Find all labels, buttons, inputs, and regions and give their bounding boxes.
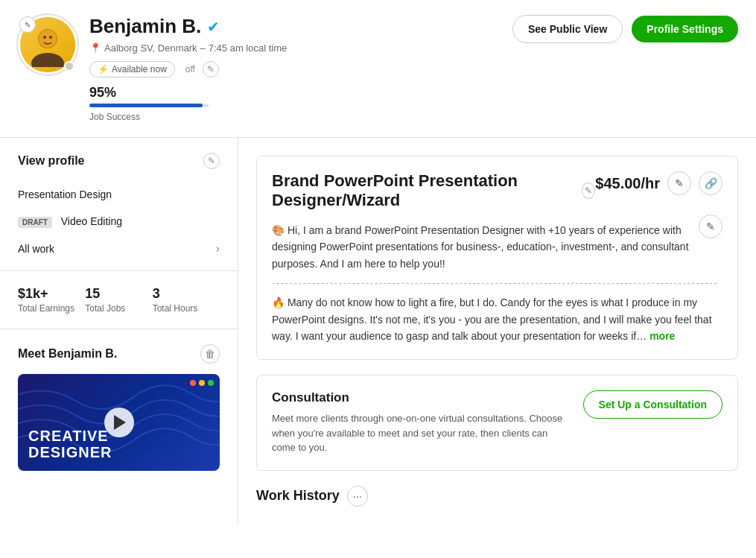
- edit-rate-button[interactable]: ✎: [667, 171, 691, 195]
- profile-card-header: Brand PowerPoint Presentation Designer/W…: [272, 171, 722, 210]
- job-title-wrap: Brand PowerPoint Presentation Designer/W…: [272, 171, 595, 210]
- svg-point-1: [31, 53, 64, 67]
- hours-value: 3: [153, 286, 220, 302]
- profile-info: Benjamin B. ✔ 📍 Aalborg SV, Denmark – 7:…: [89, 15, 512, 122]
- meet-section: Meet Benjamin B. 🗑: [0, 329, 238, 486]
- play-button[interactable]: [104, 408, 134, 437]
- svg-point-2: [39, 30, 57, 48]
- earnings-value: $1k+: [18, 286, 85, 302]
- all-work-label: All work: [18, 243, 54, 255]
- main-body: View profile ✎ Presentation Design DRAFT…: [0, 138, 756, 524]
- progress-bar: [89, 104, 209, 107]
- video-thumbnail[interactable]: CREATIVE DESIGNER: [18, 374, 220, 471]
- svg-point-3: [43, 36, 46, 39]
- available-badge: ⚡ Available now: [89, 61, 175, 77]
- hours-label: Total Hours: [153, 303, 220, 314]
- name-row: Benjamin B. ✔: [89, 15, 512, 38]
- edit-profile-icon[interactable]: ✎: [203, 153, 220, 169]
- bio-more-link[interactable]: more: [649, 330, 675, 342]
- location-pin-icon: 📍: [89, 42, 101, 54]
- hourly-rate: $45.00/hr: [595, 175, 660, 192]
- verified-icon: ✔: [207, 18, 220, 36]
- meet-label: Meet Benjamin B.: [18, 347, 117, 361]
- profile-card: Brand PowerPoint Presentation Designer/W…: [256, 156, 738, 360]
- stat-earnings: $1k+ Total Earnings: [18, 286, 85, 314]
- stat-jobs: 15 Total Jobs: [85, 286, 152, 314]
- location: 📍 Aalborg SV, Denmark – 7:45 am local ti…: [89, 42, 512, 54]
- availability-row: ⚡ Available now off ✎: [89, 61, 512, 77]
- work-history-more-icon[interactable]: ···: [347, 486, 368, 507]
- online-status-dot: [64, 61, 74, 72]
- main-content: Brand PowerPoint Presentation Designer/W…: [238, 138, 756, 524]
- job-title: Brand PowerPoint Presentation Designer/W…: [272, 171, 573, 210]
- location-text: Aalborg SV, Denmark: [104, 42, 197, 54]
- available-label: Available now: [112, 64, 167, 74]
- link-button[interactable]: 🔗: [699, 171, 722, 195]
- consultation-title: Consultation: [272, 390, 568, 405]
- user-name: Benjamin B.: [89, 15, 201, 38]
- play-triangle-icon: [114, 415, 126, 430]
- view-profile-label: View profile: [18, 154, 85, 168]
- draft-badge: DRAFT: [18, 217, 52, 228]
- jobs-label: Total Jobs: [85, 303, 152, 314]
- all-work-row[interactable]: All work ›: [18, 235, 220, 256]
- progress-bar-fill: [89, 104, 203, 107]
- view-profile-row: View profile ✎: [18, 153, 220, 169]
- job-success-label: Job Success: [89, 112, 140, 122]
- separator: –: [200, 42, 206, 54]
- rate-wrap: $45.00/hr ✎ 🔗: [595, 171, 722, 195]
- edit-availability-icon[interactable]: ✎: [203, 61, 219, 77]
- edit-bio-button[interactable]: ✎: [699, 215, 722, 238]
- see-public-view-button[interactable]: See Public View: [512, 15, 623, 43]
- bio-divider: ----------------------------------------…: [272, 278, 722, 288]
- bio-paragraph2: 🔥 Many do not know how to light a fire, …: [272, 294, 722, 344]
- flash-icon: ⚡: [98, 64, 109, 74]
- consultation-card: Consultation Meet more clients through o…: [256, 375, 738, 471]
- stat-hours: 3 Total Hours: [153, 286, 220, 314]
- presentation-design-label: Presentation Design: [18, 188, 112, 200]
- svg-point-4: [49, 36, 52, 39]
- available-off-label: off: [185, 64, 195, 74]
- set-up-consultation-button[interactable]: Set Up a Consultation: [583, 390, 722, 419]
- meet-header: Meet Benjamin B. 🗑: [18, 344, 220, 364]
- edit-avatar-icon[interactable]: ✎: [19, 16, 36, 33]
- profile-header: ✎ Benjamin B. ✔ 📍 Aalborg SV, Denmark – …: [0, 0, 756, 138]
- bio-section: ✎ 🎨 Hi, I am a brand PowerPoint Presenta…: [272, 222, 722, 344]
- work-history-title: Work History: [256, 488, 340, 504]
- stats-section: $1k+ Total Earnings 15 Total Jobs 3 Tota…: [0, 271, 238, 329]
- earnings-label: Total Earnings: [18, 303, 85, 314]
- video-editing-label: Video Editing: [61, 215, 122, 227]
- delete-video-icon[interactable]: 🗑: [200, 344, 220, 364]
- work-history-section: Work History ···: [256, 486, 738, 507]
- sidebar-item-presentation[interactable]: Presentation Design: [18, 181, 220, 208]
- avatar-wrapper: ✎: [18, 15, 77, 74]
- bio-paragraph1: 🎨 Hi, I am a brand PowerPoint Presentati…: [272, 222, 722, 272]
- profile-settings-button[interactable]: Profile Settings: [632, 16, 738, 42]
- sidebar-item-video-editing[interactable]: DRAFT Video Editing: [18, 208, 220, 235]
- progress-section: 95% Job Success: [89, 85, 512, 122]
- jobs-value: 15: [85, 286, 152, 302]
- local-time: 7:45 am local time: [209, 42, 288, 54]
- chevron-right-icon: ›: [216, 242, 220, 256]
- edit-job-title-icon[interactable]: ✎: [582, 183, 595, 199]
- consultation-info: Consultation Meet more clients through o…: [272, 390, 568, 455]
- consultation-description: Meet more clients through one-on-one vir…: [272, 411, 568, 455]
- progress-percentage: 95%: [89, 85, 116, 100]
- sidebar: View profile ✎ Presentation Design DRAFT…: [0, 138, 238, 524]
- view-profile-section: View profile ✎ Presentation Design DRAFT…: [0, 138, 238, 271]
- header-buttons: See Public View Profile Settings: [512, 15, 738, 43]
